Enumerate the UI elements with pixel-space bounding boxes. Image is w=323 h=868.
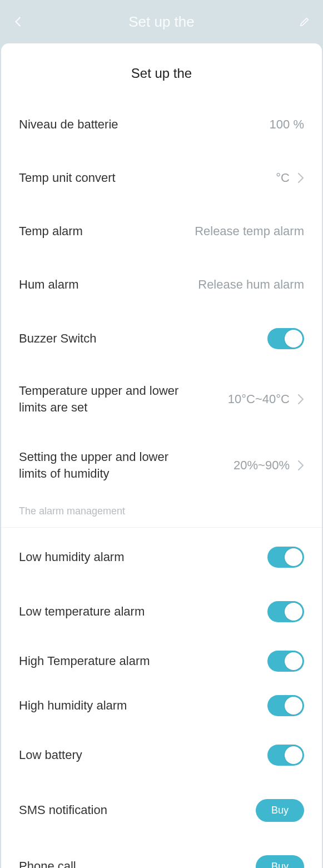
row-temp-alarm[interactable]: Temp alarm Release temp alarm bbox=[1, 205, 322, 258]
chevron-right-icon bbox=[297, 394, 304, 405]
battery-label: Niveau de batterie bbox=[19, 116, 118, 133]
row-phone-call: Phone call Buy bbox=[1, 839, 322, 868]
phone-call-label: Phone call bbox=[19, 858, 76, 868]
temp-limits-value: 10°C~40°C bbox=[228, 392, 290, 406]
temp-alarm-value: Release temp alarm bbox=[195, 224, 304, 239]
row-sms-notification: SMS notification Buy bbox=[1, 782, 322, 839]
temp-unit-label: Temp unit convert bbox=[19, 170, 116, 186]
row-low-temperature-alarm: Low temperature alarm bbox=[1, 584, 322, 639]
temp-limits-label: Temperature upper and lower limits are s… bbox=[19, 383, 186, 415]
low-battery-toggle[interactable] bbox=[267, 745, 304, 766]
humidity-limits-label: Setting the upper and lower limits of hu… bbox=[19, 449, 186, 482]
row-buzzer-switch: Buzzer Switch bbox=[1, 311, 322, 366]
row-temp-limits[interactable]: Temperature upper and lower limits are s… bbox=[1, 366, 322, 432]
pencil-icon bbox=[299, 16, 311, 28]
sms-buy-button[interactable]: Buy bbox=[256, 799, 304, 822]
high-humidity-alarm-toggle[interactable] bbox=[267, 695, 304, 716]
high-temperature-alarm-label: High Temperature alarm bbox=[19, 653, 150, 669]
row-temp-unit[interactable]: Temp unit convert °C bbox=[1, 151, 322, 205]
humidity-limits-value: 20%~90% bbox=[233, 458, 290, 473]
header-title: Set up the bbox=[128, 13, 195, 31]
row-low-battery: Low battery bbox=[1, 728, 322, 782]
battery-value: 100 % bbox=[270, 117, 304, 132]
hum-alarm-value: Release hum alarm bbox=[198, 277, 304, 292]
high-temperature-alarm-toggle[interactable] bbox=[267, 651, 304, 672]
temp-alarm-label: Temp alarm bbox=[19, 223, 83, 240]
row-low-humidity-alarm: Low humidity alarm bbox=[1, 530, 322, 584]
low-humidity-alarm-label: Low humidity alarm bbox=[19, 549, 125, 566]
section-alarm-management: The alarm management bbox=[1, 499, 322, 528]
phone-buy-button[interactable]: Buy bbox=[256, 855, 304, 868]
buzzer-toggle[interactable] bbox=[267, 328, 304, 349]
chevron-left-icon bbox=[12, 16, 24, 28]
low-temperature-alarm-toggle[interactable] bbox=[267, 601, 304, 622]
row-hum-alarm[interactable]: Hum alarm Release hum alarm bbox=[1, 258, 322, 311]
row-battery-level: Niveau de batterie 100 % bbox=[1, 98, 322, 151]
row-high-temperature-alarm: High Temperature alarm bbox=[1, 639, 322, 683]
card-title: Set up the bbox=[1, 43, 322, 98]
temp-unit-value: °C bbox=[276, 171, 290, 185]
sms-notification-label: SMS notification bbox=[19, 802, 107, 819]
row-high-humidity-alarm: High humidity alarm bbox=[1, 683, 322, 728]
chevron-right-icon bbox=[297, 172, 304, 183]
settings-card: Set up the Niveau de batterie 100 % Temp… bbox=[1, 43, 322, 868]
header-bar: Set up the bbox=[0, 0, 323, 43]
low-temperature-alarm-label: Low temperature alarm bbox=[19, 603, 145, 620]
edit-button[interactable] bbox=[296, 13, 313, 30]
low-battery-label: Low battery bbox=[19, 747, 82, 763]
row-humidity-limits[interactable]: Setting the upper and lower limits of hu… bbox=[1, 432, 322, 498]
back-button[interactable] bbox=[10, 13, 27, 30]
low-humidity-alarm-toggle[interactable] bbox=[267, 547, 304, 568]
high-humidity-alarm-label: High humidity alarm bbox=[19, 697, 127, 714]
hum-alarm-label: Hum alarm bbox=[19, 276, 79, 293]
buzzer-label: Buzzer Switch bbox=[19, 330, 96, 347]
chevron-right-icon bbox=[297, 460, 304, 471]
